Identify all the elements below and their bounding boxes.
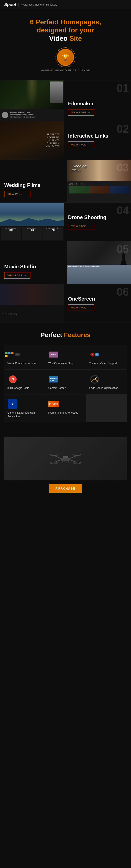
filmmaker-links: Creative Works Creative Director	[10, 116, 62, 118]
section-02-arrow-icon: →	[88, 143, 91, 146]
feature-gdpr-label: General Data Protection Regulation	[7, 411, 42, 418]
section-01-number: 01	[117, 83, 129, 94]
contact-form-icon: CONTACT FORM	[49, 376, 58, 382]
filmmaker-details: My name is Marcelo Lopez,London based di…	[10, 112, 62, 118]
filmmaker-info-bar: My name is Marcelo Lopez,London based di…	[0, 109, 64, 121]
feature-vc-label: Visual Composer Included	[7, 362, 37, 365]
homepage-section-04: Drone Photography +180 Drone Videos +320…	[0, 203, 131, 241]
hero-line2: designed for your	[37, 26, 94, 34]
pricing-row: Drone Photography +180 Drone Videos +320…	[0, 226, 64, 241]
feature-promo: PROMO Promo Theme Shortcodes	[45, 395, 86, 423]
badge-text: MADE BY ENVATO ELITE AUTHOR	[41, 69, 90, 72]
project-thumbs	[69, 186, 129, 193]
features-section: Perfect Features 4.6+ Visual Composer In…	[0, 323, 131, 431]
section-06-view-btn[interactable]: VIEW PAGE →	[68, 304, 94, 311]
section-01-arrow-icon: →	[88, 111, 91, 114]
section-03-inner: 03 Wedding Films VIEW PAGE → WeddingFilm…	[0, 160, 131, 203]
feature-google-label: 800+ Google Fonts	[7, 386, 29, 390]
speedometer-icon	[90, 375, 99, 384]
section-04-btn-text: VIEW PAGE	[71, 225, 86, 227]
drone-mountain-bg	[0, 203, 64, 226]
filmmaker-link-2: Creative Director	[23, 116, 36, 118]
section-04-right: 04 Drone Shooting VIEW PAGE →	[64, 203, 131, 241]
svg-point-6	[65, 461, 66, 462]
svg-point-2	[94, 379, 95, 380]
wedding-title-overlay: WeddingFilms	[72, 164, 87, 173]
vc-circles	[5, 352, 15, 357]
menu-item-team: OUR TEAM	[46, 142, 59, 145]
section-06-right: 06 OneScreen VIEW PAGE →	[64, 284, 131, 322]
feature-gdpr: ★ General Data Protection Regulation	[4, 395, 45, 423]
menu-overlay: PROJECTS ABOUT US CLIENTS OUR TEAM CONTA…	[46, 133, 59, 148]
section-06-number: 06	[117, 286, 129, 298]
section-01-left: 01 Filmmaker VIEW PAGE →	[64, 81, 131, 121]
section-05-number: 05	[117, 243, 129, 254]
feature-speed-label: Page Speed Optimisation	[89, 386, 118, 390]
price-pack-1: Drone Photography +180	[1, 227, 21, 240]
svg-rect-4	[63, 456, 68, 458]
hero-title: 6 Perfect Homepages, designed for your V…	[4, 18, 127, 42]
section-03-btn-text: VIEW PAGE	[7, 193, 22, 195]
filmmaker-avatar	[2, 112, 8, 118]
section-03-left: 03 Wedding Films VIEW PAGE →	[0, 160, 67, 203]
section-06-preview: Have a nice training	[0, 284, 64, 322]
feature-woo: woo Woo Commerce Shop	[45, 345, 86, 369]
project-thumb-2	[89, 186, 109, 193]
section-05-view-btn[interactable]: VIEW PAGE →	[4, 272, 31, 279]
price-pack-2-label: Drone Videos	[23, 227, 41, 229]
feature-youtube: ▶ V Youtube, Vimeo Support	[86, 345, 127, 369]
badge: 🏆	[57, 49, 74, 66]
header-divider: |	[18, 2, 19, 7]
section-05-label: Movie Studio	[4, 264, 63, 270]
purchase-button[interactable]: PURCHASE	[49, 484, 82, 493]
header: Spool | WordPress theme for Filmakers	[0, 0, 131, 9]
vc-icon-row	[5, 352, 15, 357]
feature-contact-label: Contact Form 7	[48, 386, 66, 390]
promo-icon-container: PROMO	[48, 399, 59, 409]
logo: Spool	[4, 2, 16, 7]
feature-youtube-label: Youtube, Vimeo Support	[89, 362, 117, 365]
header-tagline: WordPress theme for Filmakers	[21, 3, 57, 6]
badge-container: 🏆 MADE BY ENVATO ELITE AUTHOR	[4, 49, 127, 72]
section-02-inner: PROJECTS ABOUT US CLIENTS OUR TEAM CONTA…	[0, 121, 131, 160]
youtube-icon: ▶	[90, 352, 94, 356]
project-thumb-1	[69, 186, 89, 193]
homepage-section-06: Have a nice training 06 OneScreen VIEW P…	[0, 284, 131, 322]
section-01-inner: My name is Marcelo Lopez,London based di…	[0, 81, 131, 121]
drone-image-container	[4, 437, 127, 480]
google-fonts-icon: G	[9, 375, 16, 383]
price-pack-3: Drone Pack & Video +730	[43, 227, 63, 240]
menu-item-contacts: CONTACTS	[46, 145, 59, 148]
section-04-view-btn[interactable]: VIEW PAGE →	[68, 223, 94, 229]
section-01-view-btn[interactable]: VIEW PAGE →	[68, 109, 94, 116]
section-03-view-btn[interactable]: VIEW PAGE →	[4, 191, 31, 197]
eu-stars: ★	[11, 402, 14, 406]
features-title-accent: Features	[64, 331, 91, 338]
svg-line-8	[70, 456, 77, 459]
price-pack-2-value: +320	[23, 229, 41, 231]
feature-woo-label: Woo Commerce Shop	[48, 362, 73, 365]
homepage-section-01: My name is Marcelo Lopez,London based di…	[0, 81, 131, 121]
mountains-text: Beautiful Mountains At Vanoise National …	[68, 266, 100, 267]
menu-item-clients: CLIENTS	[46, 139, 59, 142]
drone-svg	[44, 450, 87, 467]
section-06-btn-text: VIEW PAGE	[71, 306, 86, 309]
dark-wood-background: PROJECTS ABOUT US CLIENTS OUR TEAM CONTA…	[0, 121, 64, 160]
section-01-preview: My name is Marcelo Lopez,London based di…	[0, 81, 64, 121]
section-04-inner: Drone Photography +180 Drone Videos +320…	[0, 203, 131, 241]
section-02-view-btn[interactable]: VIEW PAGE →	[68, 142, 94, 148]
filmmaker-name: My name is Marcelo Lopez,London based di…	[10, 112, 62, 116]
section-01-btn-text: VIEW PAGE	[71, 111, 86, 114]
svg-line-7	[54, 456, 61, 459]
section-03-arrow-icon: →	[24, 192, 27, 196]
section-01-label: Filmmaker	[68, 101, 127, 107]
svg-point-11	[50, 454, 58, 456]
contact-form-icon-container: CONTACT FORM	[48, 374, 59, 384]
training-bar: Have a nice training	[0, 305, 64, 322]
vc-icon-container: 4.6+	[7, 349, 18, 360]
mountains-preview: Beautiful Mountains At Vanoise National …	[67, 265, 131, 284]
mountain-silhouette	[0, 217, 64, 226]
woo-icon: woo	[49, 351, 58, 358]
price-pack-2: Drone Videos +320	[22, 227, 42, 240]
section-02-number: 02	[117, 123, 129, 134]
